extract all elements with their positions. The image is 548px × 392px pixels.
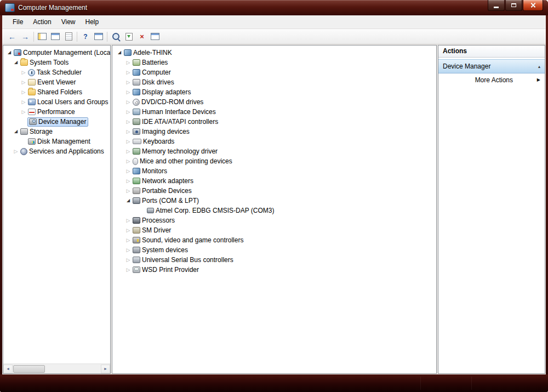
collapse-arrow-icon[interactable]: ▷ <box>124 149 132 154</box>
minimize-button[interactable] <box>488 0 505 11</box>
tree-label: Processors <box>142 217 175 224</box>
expand-arrow-icon[interactable]: ◢ <box>5 50 13 55</box>
menu-bar: File Action View Help <box>2 15 546 29</box>
show-action-pane-button[interactable] <box>92 31 105 43</box>
scroll-right-button[interactable]: ► <box>101 365 110 373</box>
title-bar[interactable]: Computer Management <box>0 0 548 15</box>
tree-item-system-tools[interactable]: ◢ System Tools <box>3 58 110 67</box>
collapse-arrow-icon[interactable]: ▷ <box>124 169 132 174</box>
collapse-arrow-icon[interactable]: ▷ <box>124 80 132 85</box>
maximize-button[interactable] <box>505 0 522 11</box>
scroll-left-button[interactable]: ◄ <box>3 365 13 373</box>
collapse-arrow-icon[interactable]: ▷ <box>20 110 27 115</box>
update-driver-button[interactable] <box>122 31 135 43</box>
collapse-arrow-icon[interactable]: ▷ <box>124 70 132 75</box>
collapse-arrow-icon[interactable]: ▷ <box>124 189 132 194</box>
device-tree-item[interactable]: ▷ System devices <box>112 245 436 255</box>
device-tree-item[interactable]: ▷ Imaging devices <box>112 127 436 137</box>
uninstall-device-button[interactable]: × <box>135 31 149 43</box>
more-actions-row[interactable]: More Actions ▶ <box>438 73 545 86</box>
device-properties-icon <box>151 33 159 40</box>
device-tree-item[interactable]: ▷ Display adapters <box>112 87 436 97</box>
device-tree-item[interactable]: ▷ Monitors <box>112 166 436 176</box>
collapse-arrow-icon[interactable]: ▷ <box>124 238 132 243</box>
tree-item-computer-management[interactable]: ◢ Computer Management (Local <box>3 48 110 58</box>
collapse-arrow-icon[interactable]: ▷ <box>20 80 27 85</box>
collapse-arrow-icon[interactable]: ▷ <box>124 258 132 263</box>
device-tree-item[interactable]: ▷ SM Driver <box>112 225 436 235</box>
tree-item-local-users-groups[interactable]: ▷ Local Users and Groups <box>3 97 110 107</box>
tree-item-shared-folders[interactable]: ▷ Shared Folders <box>3 87 110 97</box>
collapse-arrow-icon[interactable]: ▷ <box>124 120 132 124</box>
network-adapters-icon <box>133 178 140 184</box>
device-tree-item[interactable]: ▷ IDE ATA/ATAPI controllers <box>112 117 436 127</box>
horizontal-scrollbar[interactable]: ◄ ► <box>3 363 110 373</box>
collapse-arrow-icon[interactable]: ▷ <box>124 110 132 115</box>
scrollbar-thumb[interactable] <box>13 365 45 373</box>
collapse-arrow-icon[interactable]: ▷ <box>20 100 27 105</box>
back-button[interactable]: ← <box>5 31 19 43</box>
device-tree-item[interactable]: ▷ Universal Serial Bus controllers <box>112 255 436 265</box>
device-tree-item[interactable]: ▷ Network adapters <box>112 176 436 186</box>
selected-item-highlight[interactable]: Device Manager <box>27 117 88 127</box>
actions-device-manager-row[interactable]: Device Manager ▴ <box>438 59 545 73</box>
tree-item-services-applications[interactable]: ▷ Services and Applications <box>3 146 110 156</box>
collapse-arrow-icon[interactable]: ▷ <box>124 268 132 272</box>
device-tree-item-com3[interactable]: Atmel Corp. EDBG CMSIS-DAP (COM3) <box>112 206 436 215</box>
more-actions-arrow-icon[interactable]: ▶ <box>537 77 540 82</box>
forward-button[interactable]: → <box>19 31 32 43</box>
device-tree-item[interactable]: ▷ Human Interface Devices <box>112 107 436 117</box>
tree-label: Event Viewer <box>37 78 76 86</box>
device-tree-item[interactable]: ▷ Disk drives <box>112 77 436 87</box>
expand-arrow-icon[interactable]: ◢ <box>124 198 132 203</box>
collapse-arrow-icon[interactable]: ▷ <box>124 139 132 144</box>
collapse-arrow-icon[interactable]: ▷ <box>12 149 20 154</box>
menu-action[interactable]: Action <box>28 16 56 27</box>
menu-view[interactable]: View <box>56 16 81 27</box>
collapse-arrow-icon[interactable]: ▷ <box>124 248 132 253</box>
device-tree-item[interactable]: ▷ Sound, video and game controllers <box>112 235 436 245</box>
device-tree-item[interactable]: ▷ Computer <box>112 67 436 77</box>
device-tree-item[interactable]: ▷ Portable Devices <box>112 186 436 196</box>
device-tree-item[interactable]: ▷ Mice and other pointing devices <box>112 156 436 166</box>
tree-item-disk-management[interactable]: Disk Management <box>3 137 110 146</box>
menu-file[interactable]: File <box>8 16 28 27</box>
help-button[interactable]: ? <box>79 31 92 43</box>
collapse-arrow-icon[interactable]: ▷ <box>124 129 132 134</box>
collapse-chevron-icon[interactable]: ▴ <box>538 64 540 69</box>
show-console-tree-button[interactable] <box>36 31 49 43</box>
collapse-arrow-icon[interactable]: ▷ <box>124 228 132 233</box>
device-tree-item[interactable]: ▷ Batteries <box>112 58 436 67</box>
expand-arrow-icon[interactable]: ◢ <box>116 50 123 55</box>
scan-hardware-changes-button[interactable] <box>109 31 122 43</box>
collapse-arrow-icon[interactable]: ▷ <box>20 70 27 75</box>
export-list-button[interactable] <box>62 31 75 43</box>
collapse-arrow-icon[interactable]: ▷ <box>124 159 132 164</box>
device-tree-item-ports[interactable]: ◢ Ports (COM & LPT) <box>112 196 436 206</box>
device-tree-item[interactable]: ▷ Processors <box>112 215 436 225</box>
computer-category-icon <box>133 69 140 76</box>
close-button[interactable] <box>523 0 543 11</box>
collapse-arrow-icon[interactable]: ▷ <box>124 100 132 105</box>
device-tree-item[interactable]: ▷ Memory technology driver <box>112 146 436 156</box>
collapse-arrow-icon[interactable]: ▷ <box>124 60 132 65</box>
device-tree-item[interactable]: ▷ Keyboards <box>112 137 436 146</box>
tree-item-performance[interactable]: ▷ Performance <box>3 107 110 117</box>
tree-item-storage[interactable]: ◢ Storage <box>3 127 110 137</box>
menu-help[interactable]: Help <box>81 16 104 27</box>
device-properties-button[interactable] <box>149 31 162 43</box>
tree-item-device-manager[interactable]: Device Manager <box>3 117 110 127</box>
device-tree-item-root[interactable]: ◢ Adele-THINK <box>112 48 436 58</box>
tree-item-event-viewer[interactable]: ▷ Event Viewer <box>3 77 110 87</box>
tree-item-task-scheduler[interactable]: ▷ Task Scheduler <box>3 67 110 77</box>
device-tree-item[interactable]: ▷ DVD/CD-ROM drives <box>112 97 436 107</box>
properties-window-button[interactable] <box>49 31 62 43</box>
collapse-arrow-icon[interactable]: ▷ <box>124 90 132 95</box>
collapse-arrow-icon[interactable]: ▷ <box>20 90 27 95</box>
tree-label: Batteries <box>142 59 168 66</box>
expand-arrow-icon[interactable]: ◢ <box>12 60 20 65</box>
collapse-arrow-icon[interactable]: ▷ <box>124 218 132 223</box>
collapse-arrow-icon[interactable]: ▷ <box>124 179 132 184</box>
device-tree-item[interactable]: ▷ WSD Print Provider <box>112 265 436 275</box>
expand-arrow-icon[interactable]: ◢ <box>12 129 20 134</box>
